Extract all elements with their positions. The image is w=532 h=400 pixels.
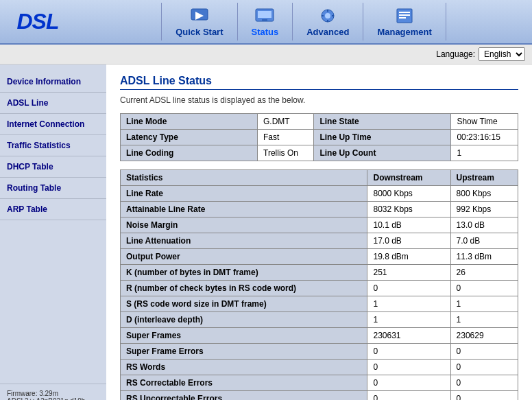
stat-upstream: 992 Kbps — [450, 202, 518, 217]
stats-row: RS Words 0 0 — [121, 360, 518, 375]
stat-label: RS Correctable Errors — [121, 375, 367, 391]
svg-rect-3 — [258, 11, 271, 18]
line-status-table: Line Mode G.DMT Line State Show Time Lat… — [120, 113, 518, 161]
stat-label: RS Uncorrectable Errors — [121, 391, 367, 401]
stats-row: K (number of bytes in DMT frame) 251 26 — [121, 265, 518, 281]
stat-label: Output Power — [121, 249, 367, 265]
main-layout: Device Information ADSL Line Internet Co… — [0, 64, 532, 400]
stat-upstream: 7.0 dB — [450, 233, 518, 249]
stat-downstream: 10.1 dB — [367, 217, 450, 233]
nav-status[interactable]: Status — [238, 3, 293, 40]
svg-point-6 — [325, 13, 330, 19]
header: DSL Quick Start Status Advanced Manage — [0, 0, 532, 45]
language-bar: Language: English — [0, 45, 532, 64]
logo: DSL — [7, 5, 69, 39]
stat-downstream: 1 — [367, 312, 450, 328]
stat-downstream: 251 — [367, 265, 450, 281]
stat-label: Line Attenuation — [121, 233, 367, 249]
stats-row: Line Attenuation 17.0 dB 7.0 dB — [121, 233, 518, 249]
stat-label: Noise Margin — [121, 217, 367, 233]
content-area: ADSL Line Status Current ADSL line statu… — [106, 64, 532, 400]
stats-row: RS Correctable Errors 0 0 — [121, 375, 518, 391]
management-icon — [394, 6, 415, 25]
stat-upstream: 0 — [450, 344, 518, 360]
stat-upstream: 26 — [450, 265, 518, 281]
table-row: Latency Type Fast Line Up Time 00:23:16:… — [121, 130, 518, 145]
svg-rect-12 — [399, 12, 410, 13]
svg-rect-14 — [399, 17, 406, 19]
sidebar-item-dhcp-table[interactable]: DHCP Table — [0, 156, 106, 178]
stat-downstream: 19.8 dBm — [367, 249, 450, 265]
sidebar-item-adsl-line[interactable]: ADSL Line — [0, 93, 106, 114]
stat-label: D (interleave depth) — [121, 312, 367, 328]
stat-label: Super Frame Errors — [121, 344, 367, 360]
stat-label: Super Frames — [121, 328, 367, 344]
table-row: Line Mode G.DMT Line State Show Time — [121, 114, 518, 130]
stats-column-header: Downstream — [367, 170, 450, 186]
adsl-label: ADSL2+: A2pB021g.d19b — [7, 397, 99, 400]
cell-label: Line Up Time — [314, 130, 451, 145]
stat-upstream: 1 — [450, 312, 518, 328]
stats-row: Output Power 19.8 dBm 11.3 dBm — [121, 249, 518, 265]
page-title: ADSL Line Status — [120, 75, 518, 90]
stat-label: RS Words — [121, 360, 367, 375]
sidebar-item-routing-table[interactable]: Routing Table — [0, 178, 106, 199]
cell-value: 00:23:16:15 — [451, 130, 518, 145]
stat-downstream: 0 — [367, 281, 450, 296]
language-label: Language: — [436, 49, 475, 59]
nav-management[interactable]: Management — [363, 3, 446, 40]
stat-upstream: 11.3 dBm — [450, 249, 518, 265]
nav-status-label: Status — [252, 27, 279, 37]
nav-advanced[interactable]: Advanced — [293, 3, 363, 40]
stat-downstream: 0 — [367, 344, 450, 360]
stat-label: S (RS code word size in DMT frame) — [121, 296, 367, 312]
stat-label: K (number of bytes in DMT frame) — [121, 265, 367, 281]
svg-rect-13 — [399, 14, 410, 16]
stat-upstream: 0 — [450, 281, 518, 296]
stat-downstream: 8000 Kbps — [367, 186, 450, 202]
stat-label: Attainable Line Rate — [121, 202, 367, 217]
sidebar-item-internet-connection[interactable]: Internet Connection — [0, 114, 106, 135]
stat-label: Line Rate — [121, 186, 367, 202]
stats-row: Line Rate 8000 Kbps 800 Kbps — [121, 186, 518, 202]
stats-header-row: StatisticsDownstreamUpstream — [121, 170, 518, 186]
nav-advanced-label: Advanced — [306, 27, 349, 37]
stat-upstream: 13.0 dB — [450, 217, 518, 233]
stat-downstream: 8032 Kbps — [367, 202, 450, 217]
stat-downstream: 17.0 dB — [367, 233, 450, 249]
stat-upstream: 800 Kbps — [450, 186, 518, 202]
cell-label: Line Up Count — [314, 145, 451, 161]
sidebar-item-device-information[interactable]: Device Information — [0, 71, 106, 93]
stats-row: RS Uncorrectable Errors 0 0 — [121, 391, 518, 401]
svg-rect-4 — [262, 19, 267, 21]
statistics-table: StatisticsDownstreamUpstream Line Rate 8… — [120, 169, 518, 400]
cell-label: Line Mode — [121, 114, 258, 130]
sidebar-item-arp-table[interactable]: ARP Table — [0, 199, 106, 220]
stat-downstream: 1 — [367, 296, 450, 312]
nav-quick-start[interactable]: Quick Start — [161, 3, 237, 40]
stats-row: S (RS code word size in DMT frame) 1 1 — [121, 296, 518, 312]
cell-value: Show Time — [451, 114, 518, 130]
stats-column-header: Statistics — [121, 170, 367, 186]
stats-row: Super Frames 230631 230629 — [121, 328, 518, 344]
quick-start-icon — [189, 6, 210, 25]
advanced-icon — [317, 6, 339, 25]
cell-label: Latency Type — [121, 130, 258, 145]
stat-upstream: 0 — [450, 360, 518, 375]
nav-quick-start-label: Quick Start — [176, 27, 223, 37]
firmware-label: Firmware: 3.29m — [7, 390, 99, 397]
stat-downstream: 0 — [367, 391, 450, 401]
cell-label: Line State — [314, 114, 451, 130]
stats-row: D (interleave depth) 1 1 — [121, 312, 518, 328]
language-select[interactable]: English — [479, 47, 525, 61]
cell-value: G.DMT — [258, 114, 314, 130]
logo-text: DSL — [17, 9, 59, 34]
stat-upstream: 1 — [450, 296, 518, 312]
sidebar-item-traffic-statistics[interactable]: Traffic Statistics — [0, 135, 106, 156]
status-icon — [254, 6, 276, 25]
stats-row: R (number of check bytes in RS code word… — [121, 281, 518, 296]
stat-upstream: 0 — [450, 375, 518, 391]
table-row: Line Coding Trellis On Line Up Count 1 — [121, 145, 518, 161]
stats-row: Super Frame Errors 0 0 — [121, 344, 518, 360]
stat-downstream: 0 — [367, 375, 450, 391]
